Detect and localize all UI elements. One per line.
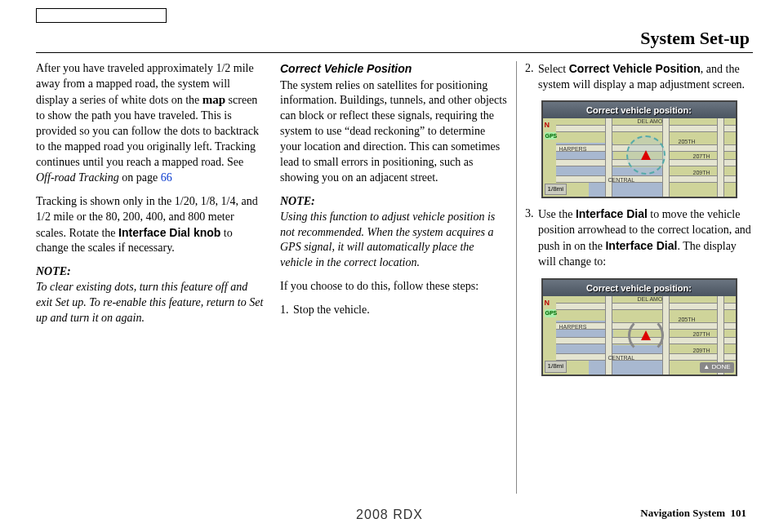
gps-icon: GPS [545,132,556,140]
interface-dial: Interface Dial [605,239,677,252]
col2-note: NOTE: Using this function to adjust vehi… [280,194,508,271]
step-3: 3. Use the Interface Dial to move the ve… [525,206,753,270]
step-text: Use the Interface Dial to move the vehic… [538,206,753,270]
scale-badge: 1/8mi [545,184,568,196]
street-label: NORMANDIE [734,304,737,339]
street-label: 207TH [693,153,710,160]
street-label: CENTRAL [608,176,635,184]
step-number: 2. [525,61,538,93]
road [717,118,724,197]
vehicle-arrowhead-icon [641,330,651,340]
offroad-tracking-ref: Off-road Tracking [36,171,119,184]
column-3: 2. Select Correct Vehicle Position, and … [517,61,753,494]
scale-badge: 1/8mi [545,361,568,373]
map-title: Correct vehicle position: [543,280,736,296]
step-text: Select Correct Vehicle Position, and the… [538,61,753,93]
north-icon: N [545,298,556,308]
col2-para2: If you choose to do this, follow these s… [280,279,508,295]
text: Use the [538,208,576,220]
col2-para1: The system relies on satellites for posi… [280,78,508,186]
correct-vehicle-position-head: Correct Vehicle Position [280,61,508,77]
col1-note: NOTE: To clear existing dots, turn this … [36,264,264,326]
map-side-icons: N GPS [545,298,556,319]
street-label: 209TH [693,347,710,354]
note-label: NOTE: [280,195,315,207]
step-text: Stop the vehicle. [293,303,370,318]
map-title: Correct vehicle position: [543,102,736,118]
street-label: CENTRAL [608,354,635,361]
map-roads: DEL AMO HARPERS CENTRAL 205TH 207TH 209T… [556,118,736,197]
correct-vehicle-position-bold: Correct Vehicle Position [569,62,701,75]
note-text: To clear existing dots, turn this featur… [36,281,263,324]
street-label: HARPERS [559,323,587,330]
note-label: NOTE: [36,265,71,277]
col1-para1: After you have traveled approximately 1/… [36,61,264,186]
footer-vehicle: 2008 RDX [356,506,423,524]
note-text: Using this function to adjust vehicle po… [280,211,495,269]
map-side-icons: N GPS [545,120,556,141]
street-label: DEL AMO [638,117,663,125]
road [556,303,736,310]
step-number: 3. [525,206,538,270]
road [605,118,612,197]
north-icon: N [545,120,556,130]
text: on page [119,171,161,184]
content-columns: After you have traveled approximately 1/… [36,61,753,494]
interface-dial: Interface Dial [576,207,648,220]
column-2: Correct Vehicle Position The system reli… [272,61,517,494]
col1-para2: Tracking is shown only in the 1/20, 1/8,… [36,194,264,257]
street-label: 205TH [679,138,696,145]
road [605,296,612,375]
street-label: DEL AMO [638,295,663,303]
header-empty-box [36,8,167,23]
column-1: After you have traveled approximately 1/… [36,61,272,494]
page-footer: 2008 RDX Navigation System 101 [0,506,779,521]
page-66-link[interactable]: 66 [161,171,172,184]
section-title: System Set-up [36,26,753,53]
step-1: 1. Stop the vehicle. [280,303,508,318]
road [556,125,736,132]
compass-ring [626,135,665,175]
step-number: 1. [280,303,293,318]
street-label: 207TH [693,330,710,338]
gps-icon: GPS [545,309,556,317]
street-label: 209TH [693,169,710,176]
street-label: HARPERS [559,145,587,153]
map-screenshot-2: Correct vehicle position: N GPS DEL AMO … [541,278,737,376]
interface-dial-knob: Interface Dial knob [118,226,220,239]
done-badge: ▲ DONE [700,362,733,373]
street-label: NORMANDIE [734,126,737,162]
step-2: 2. Select Correct Vehicle Position, and … [525,61,753,93]
vehicle-arrowhead-icon [641,150,651,160]
map-word: map [203,93,225,106]
nav-system-label: Navigation System [640,507,725,519]
map-screenshot-1: Correct vehicle position: N GPS DEL AMO … [541,100,737,198]
text: Select [538,63,569,75]
footer-right: Navigation System 101 [640,506,746,521]
page-number: 101 [731,507,747,519]
street-label: 205TH [679,316,696,323]
